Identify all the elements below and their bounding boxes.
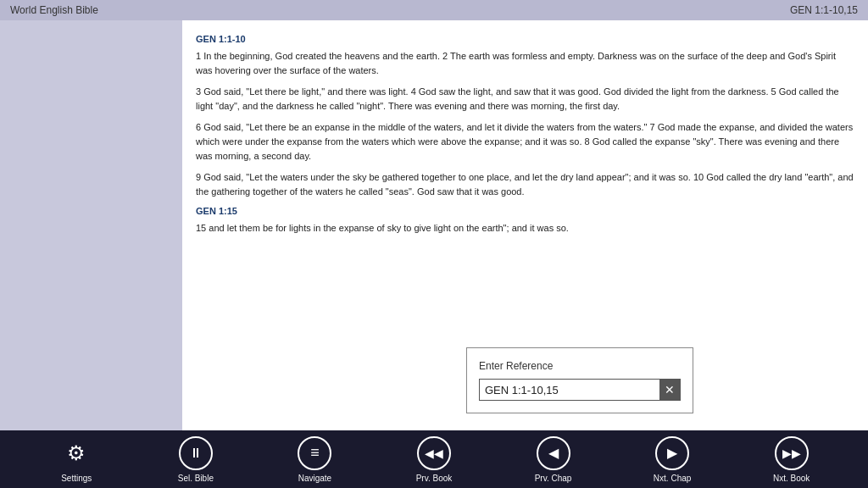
prv-chap-button[interactable]: ◀ Prv. Chap (526, 436, 581, 483)
sel-bible-label: Sel. Bible (178, 474, 214, 483)
nxt-book-label: Nxt. Book (773, 474, 810, 483)
navigate-button[interactable]: ≡ Navigate (287, 436, 342, 483)
app-title: World English Bible (10, 4, 98, 16)
section2-heading: GEN 1:15 (196, 206, 854, 216)
prv-chap-label: Prv. Chap (535, 474, 572, 483)
nxt-chap-label: Nxt. Chap (654, 474, 691, 483)
bible-paragraph: 15 and let them be for lights in the exp… (196, 221, 854, 236)
section1-paragraphs: 1 In the beginning, God created the heav… (196, 49, 854, 199)
section1-heading: GEN 1:1-10 (196, 34, 854, 44)
section2-paragraphs: 15 and let them be for lights in the exp… (196, 221, 854, 236)
navigate-icon: ≡ (298, 436, 331, 470)
nxt-chap-icon: ▶ (655, 436, 689, 470)
prv-book-icon: ◀◀ (417, 436, 451, 470)
bible-paragraph: 1 In the beginning, God created the heav… (196, 49, 854, 78)
top-bar: World English Bible GEN 1:1-10,15 (0, 0, 868, 20)
clear-button[interactable]: ✕ (659, 380, 680, 400)
bottom-bar: ⚙ Settings ⏸ Sel. Bible ≡ Navigate ◀◀ Pr… (0, 430, 868, 488)
nxt-chap-button[interactable]: ▶ Nxt. Chap (645, 436, 699, 483)
left-panel (0, 20, 182, 430)
input-row: ✕ (479, 379, 681, 401)
prv-book-button[interactable]: ◀◀ Prv. Book (407, 436, 461, 483)
reference-dialog: Enter Reference ✕ (466, 347, 693, 413)
dialog-label: Enter Reference (479, 360, 681, 372)
bible-paragraph: 9 God said, "Let the waters under the sk… (196, 170, 854, 199)
gear-icon: ⚙ (59, 436, 93, 470)
reference-input[interactable] (480, 380, 659, 400)
sel-bible-icon: ⏸ (179, 436, 213, 470)
settings-label: Settings (61, 474, 92, 483)
nxt-book-icon: ▶▶ (775, 436, 809, 470)
navigate-label: Navigate (298, 474, 331, 483)
bible-paragraph: 3 God said, "Let there be light," and th… (196, 85, 854, 114)
sel-bible-button[interactable]: ⏸ Sel. Bible (169, 436, 223, 483)
settings-button[interactable]: ⚙ Settings (49, 436, 103, 483)
nxt-book-button[interactable]: ▶▶ Nxt. Book (765, 436, 819, 483)
prv-chap-icon: ◀ (537, 436, 570, 470)
bible-paragraph: 6 God said, "Let there be an expanse in … (196, 120, 854, 164)
reference-display: GEN 1:1-10,15 (790, 4, 858, 16)
prv-book-label: Prv. Book (416, 474, 453, 483)
